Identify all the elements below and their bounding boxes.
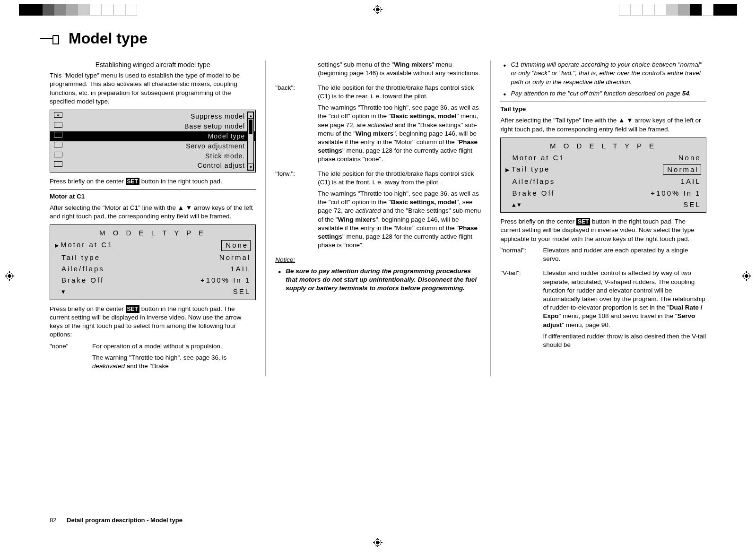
menu-item: Stick mode. xyxy=(50,151,255,161)
registration-mark-icon xyxy=(742,271,751,281)
notice-heading: Notice: xyxy=(275,256,481,264)
page-heading: Model type xyxy=(40,28,716,49)
lcd-model-type-1: M O D E L T Y P E Motor at C1None Tail t… xyxy=(50,224,256,300)
list-icon xyxy=(54,112,62,118)
option-normal: "normal": Elevators and rudder are each … xyxy=(500,246,706,266)
notice-item: C1 trimming will operate according to yo… xyxy=(500,60,706,86)
section-heading-motor: Motor at C1 xyxy=(50,192,256,201)
menu-item: Suppress model xyxy=(50,112,255,121)
option-none-cont: settings" sub-menu of the "Wing mixers" … xyxy=(275,60,481,80)
module-icon xyxy=(54,122,62,128)
menu-item: Servo adjustment xyxy=(50,141,255,151)
motor-paragraph: After selecting the "Motor at C1" line w… xyxy=(50,204,256,221)
lcd-row: Brake Off+100% In 1 xyxy=(501,188,705,199)
set-button-label: SET xyxy=(126,305,139,313)
scroll-up-icon: ▴ xyxy=(248,112,253,119)
stick-icon xyxy=(54,152,62,157)
subtitle: Establishing winged aircraft model type xyxy=(50,60,256,69)
lcd-row: ▴▾SEL xyxy=(501,199,705,210)
footer-title: Detail program description - Model type xyxy=(67,517,182,524)
section-heading-tail: Tail type xyxy=(500,105,706,113)
module-icon xyxy=(54,142,62,147)
lcd-row: ▾SEL xyxy=(50,286,255,297)
lcd-row: Aile/flaps1AIL xyxy=(50,263,255,275)
lcd-row: Brake Off+100% In 1 xyxy=(50,275,255,286)
option-none: "none" For operation of a model without … xyxy=(50,342,256,374)
scroll-down-icon: ▾ xyxy=(248,164,253,170)
set-button-label: SET xyxy=(126,178,139,185)
page-footer: 82 Detail program description - Model ty… xyxy=(50,516,182,525)
instruction: Press briefly on the center SET button i… xyxy=(50,305,256,339)
instruction: Press briefly on the center SET button i… xyxy=(50,177,256,186)
notice-item: Be sure to pay attention during the prog… xyxy=(275,267,481,293)
option-back: "back": The idle position for the thrott… xyxy=(275,84,481,167)
lcd-row: Motor at C1None xyxy=(501,152,705,164)
instruction: Press briefly on the center SET button i… xyxy=(500,217,706,243)
lcd-row: Tail typeNormal xyxy=(50,252,255,263)
menu-item: Control adjust xyxy=(50,161,255,171)
page-title: Model type xyxy=(69,28,148,49)
lcd-model-type-2: M O D E L T Y P E Motor at C1None Tail t… xyxy=(500,138,706,213)
notice-item: Pay attention to the "cut off trim" func… xyxy=(500,89,706,98)
registration-mark-icon xyxy=(373,538,382,547)
menu-item: Base setup model xyxy=(50,121,255,131)
module-icon xyxy=(54,132,62,138)
lcd-title: M O D E L T Y P E xyxy=(50,227,255,239)
registration-mark-icon xyxy=(5,271,14,281)
lcd-row: Aile/flaps1AIL xyxy=(501,176,705,187)
lcd-row: Tail typeNormal xyxy=(501,164,705,176)
lcd-title: M O D E L T Y P E xyxy=(501,140,705,152)
aircraft-icon xyxy=(40,34,59,43)
lcd-main-menu: ▴▾ Suppress model Base setup model Model… xyxy=(50,110,256,172)
option-vtail: "V-tail": Elevator and rudder control is… xyxy=(500,269,706,352)
registration-mark-icon xyxy=(373,5,382,14)
menu-item-selected: Model type xyxy=(50,131,255,141)
scrollbar: ▴▾ xyxy=(247,112,254,171)
page-number: 82 xyxy=(50,516,56,525)
intro-paragraph: This "Model type" menu is used to establ… xyxy=(50,71,256,106)
lcd-row: Motor at C1None xyxy=(50,239,255,251)
set-button-label: SET xyxy=(576,218,590,225)
tail-paragraph: After selecting the "Tail type" line wit… xyxy=(500,116,706,133)
option-forw: "forw.": The idle position for the throt… xyxy=(275,170,481,253)
stick-icon xyxy=(54,161,62,167)
